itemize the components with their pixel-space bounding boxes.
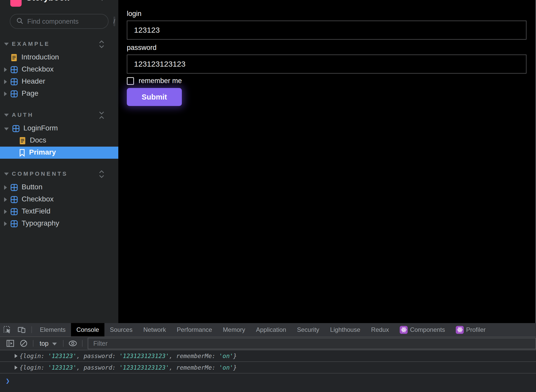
- tab-elements[interactable]: Elements: [34, 323, 71, 336]
- expand-triangle-icon[interactable]: [15, 354, 17, 358]
- chevron-right-icon[interactable]: [4, 67, 7, 72]
- component-icon: [11, 184, 18, 191]
- component-icon: [11, 208, 18, 215]
- live-expression-eye-icon[interactable]: [66, 340, 79, 347]
- console-log-row[interactable]: {login: '123123', password: '12312312312…: [0, 362, 536, 373]
- expand-all-icon[interactable]: [98, 170, 105, 179]
- storybook-logo-icon: [10, 0, 22, 7]
- tab-sources[interactable]: Sources: [104, 323, 138, 336]
- inspect-element-icon[interactable]: [0, 323, 14, 336]
- context-selector[interactable]: top: [36, 340, 60, 347]
- sidebar-item-primary[interactable]: Primary: [0, 147, 118, 159]
- sidebar-item-loginform[interactable]: LoginForm: [0, 122, 118, 135]
- sidebar-item-label: Page: [22, 90, 38, 98]
- sidebar-item-label: Typography: [22, 220, 59, 228]
- chevron-down-icon: [52, 343, 57, 345]
- sidebar-item-label: LoginForm: [23, 124, 58, 132]
- story-canvas: login password remember me Submit: [118, 0, 536, 323]
- chevron-down-icon[interactable]: [4, 128, 9, 130]
- sidebar-item-label: Primary: [29, 149, 56, 157]
- tab-performance[interactable]: Performance: [171, 323, 217, 336]
- tab-react-components[interactable]: Components: [394, 323, 450, 336]
- sidebar-item-typography[interactable]: Typography: [0, 218, 118, 230]
- sidebar-item-textfield[interactable]: TextField: [0, 206, 118, 218]
- chevron-right-icon[interactable]: [4, 185, 7, 190]
- chevron-down-icon: [4, 173, 9, 175]
- sidebar-item-introduction[interactable]: Introduction: [0, 51, 118, 64]
- expand-all-icon[interactable]: [98, 40, 105, 49]
- chevron-right-icon[interactable]: [4, 92, 7, 96]
- search-icon: [16, 17, 24, 26]
- chevron-down-icon: [4, 43, 9, 46]
- logged-object: {login: '123123', password: '12312312312…: [20, 353, 237, 359]
- sidebar-item-label: Introduction: [21, 54, 59, 61]
- component-icon: [11, 78, 18, 85]
- expand-triangle-icon[interactable]: [15, 366, 17, 370]
- chevron-right-icon[interactable]: [4, 209, 7, 214]
- search-shortcut-badge: /: [113, 16, 115, 26]
- tab-network[interactable]: Network: [138, 323, 171, 336]
- submit-button[interactable]: Submit: [127, 88, 182, 106]
- section-example: EXAMPLE Introduction: [0, 40, 118, 100]
- collapse-all-icon[interactable]: [98, 111, 105, 120]
- section-header-auth[interactable]: AUTH: [0, 111, 118, 119]
- console-filter-input[interactable]: [88, 338, 536, 349]
- toolbar-divider: [31, 326, 32, 333]
- brand-title: Storybook: [26, 0, 69, 3]
- sidebar-item-button[interactable]: Button: [0, 181, 118, 193]
- device-toolbar-icon[interactable]: [14, 323, 29, 336]
- react-atom-icon: [456, 326, 464, 334]
- console-log-area: {login: '123123', password: '12312312312…: [0, 350, 536, 385]
- tab-application[interactable]: Application: [251, 323, 291, 336]
- sidebar-item-header[interactable]: Header: [0, 76, 118, 88]
- search-input[interactable]: [27, 17, 113, 25]
- sidebar-item-label: Checkbox: [22, 195, 54, 203]
- tab-react-profiler[interactable]: Profiler: [450, 323, 491, 336]
- console-toolbar: top: [0, 337, 536, 350]
- sidebar-item-checkbox-example[interactable]: Checkbox: [0, 64, 118, 76]
- login-label: login: [127, 10, 536, 18]
- tab-security[interactable]: Security: [292, 323, 325, 336]
- tab-memory[interactable]: Memory: [218, 323, 251, 336]
- console-prompt-icon: ❯: [6, 377, 10, 385]
- chevron-down-icon: [4, 114, 9, 117]
- component-icon: [11, 196, 18, 203]
- sidebar-item-label: Header: [22, 78, 45, 86]
- chevron-right-icon[interactable]: [4, 197, 7, 202]
- remember-me-checkbox[interactable]: [127, 77, 134, 85]
- toolbar-divider: [82, 340, 83, 347]
- console-log-row[interactable]: {login: '123123', password: '12312312312…: [0, 350, 536, 362]
- search-box[interactable]: /: [10, 14, 109, 29]
- component-icon: [11, 220, 18, 227]
- password-input[interactable]: [127, 55, 526, 74]
- tab-lighthouse[interactable]: Lighthouse: [325, 323, 365, 336]
- app-window: Storybook / EXAMPLE: [0, 0, 536, 392]
- storybook-sidebar: Storybook / EXAMPLE: [0, 0, 118, 323]
- password-label: password: [127, 44, 536, 52]
- sidebar-item-checkbox-component[interactable]: Checkbox: [0, 193, 118, 206]
- toolbar-divider: [33, 340, 33, 347]
- login-input[interactable]: [127, 21, 526, 40]
- brand-menu-icon[interactable]: [99, 0, 105, 4]
- bookmark-icon: [19, 149, 25, 157]
- sidebar-item-docs[interactable]: Docs: [0, 135, 118, 147]
- console-sidebar-icon[interactable]: [4, 339, 17, 348]
- chevron-right-icon[interactable]: [4, 221, 7, 226]
- component-icon: [12, 125, 20, 132]
- chevron-right-icon[interactable]: [4, 79, 7, 84]
- sidebar-item-page[interactable]: Page: [0, 88, 118, 100]
- brand-header: Storybook: [0, 0, 118, 8]
- tab-label: Components: [410, 326, 445, 333]
- tab-label: Profiler: [466, 326, 486, 333]
- section-components: COMPONENTS Button: [0, 170, 118, 230]
- tab-console[interactable]: Console: [71, 323, 104, 336]
- section-header-components[interactable]: COMPONENTS: [0, 170, 118, 178]
- console-prompt-row[interactable]: ❯: [0, 373, 536, 385]
- doc-icon: [11, 54, 17, 61]
- clear-console-icon[interactable]: [17, 339, 30, 348]
- tab-redux[interactable]: Redux: [366, 323, 394, 336]
- section-header-example[interactable]: EXAMPLE: [0, 40, 118, 48]
- section-label: EXAMPLE: [12, 41, 50, 47]
- doc-icon: [19, 137, 26, 145]
- section-label: AUTH: [12, 112, 34, 118]
